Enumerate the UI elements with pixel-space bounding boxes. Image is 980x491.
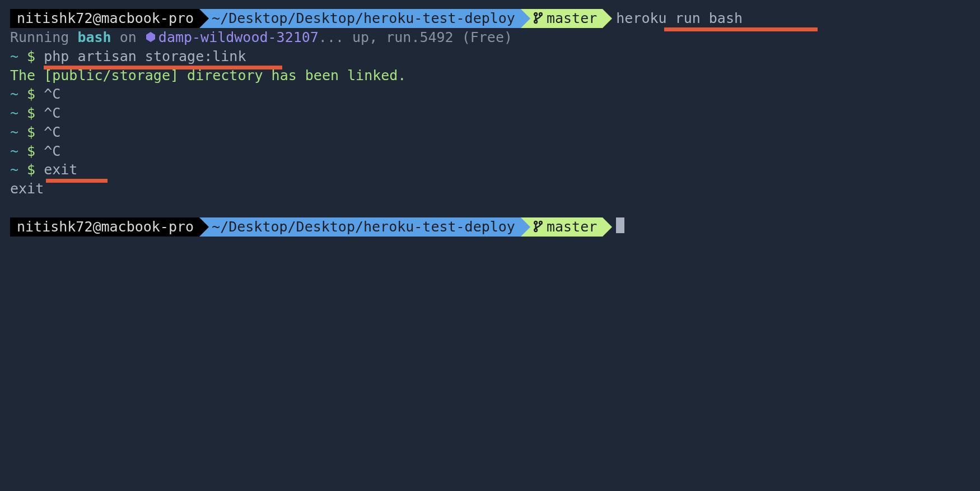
- prompt-tilde: ~: [10, 124, 27, 140]
- cursor[interactable]: [616, 217, 624, 233]
- svg-point-6: [534, 229, 537, 231]
- git-branch-icon: [533, 12, 543, 24]
- prompt-tilde: ~: [10, 86, 27, 102]
- svg-point-1: [539, 13, 542, 16]
- prompt-tilde: ~: [10, 143, 27, 159]
- prompt-dollar: $: [27, 86, 44, 102]
- prompt-user-text: nitishk72@macbook-pro: [17, 9, 194, 28]
- text-ctrl-c: ^C: [44, 86, 60, 102]
- text-app-name: damp-wildwood-32107: [158, 29, 319, 45]
- prompt-dollar: $: [27, 161, 44, 178]
- prompt-dollar: $: [27, 124, 44, 140]
- prompt-line-2: nitishk72@macbook-pro ~/Desktop/Desktop/…: [10, 217, 980, 237]
- command-text: heroku run bash: [616, 9, 743, 28]
- remote-prompt-line: ~ $ php artisan storage:link: [0, 47, 980, 66]
- command-exit: exit: [44, 161, 77, 178]
- highlight-underline: [46, 179, 108, 183]
- separator-icon: [521, 9, 530, 28]
- text-ctrl-c: ^C: [44, 143, 60, 159]
- text-bash: bash: [77, 29, 111, 45]
- prompt-branch-text: master: [547, 9, 597, 28]
- prompt-tilde: ~: [10, 105, 27, 121]
- prompt-branch-seg: master: [521, 9, 603, 28]
- separator-icon: [199, 217, 209, 237]
- prompt-tilde: ~: [10, 161, 27, 178]
- text-ctrl-c: ^C: [44, 105, 60, 121]
- prompt-path-text: ~/Desktop/Desktop/heroku-test-deploy: [212, 9, 515, 28]
- separator-icon: [603, 217, 612, 237]
- prompt-path-seg: ~/Desktop/Desktop/heroku-test-deploy: [199, 217, 521, 237]
- command-heroku-run-bash: heroku run bash: [616, 9, 743, 28]
- prompt-user-text: nitishk72@macbook-pro: [17, 217, 194, 237]
- svg-point-5: [539, 221, 542, 224]
- separator-icon: [521, 217, 530, 237]
- prompt-tilde: ~: [10, 48, 27, 64]
- remote-prompt-exit: ~ $ exit: [0, 160, 980, 179]
- highlight-underline: [664, 27, 818, 31]
- output-exit-echo: exit: [0, 179, 980, 198]
- separator-icon: [603, 9, 612, 28]
- prompt-dollar: $: [27, 48, 44, 64]
- svg-point-4: [534, 221, 537, 224]
- prompt-user-seg: nitishk72@macbook-pro: [10, 217, 199, 237]
- remote-prompt-ctrlc: ~ $ ^C: [0, 104, 980, 123]
- text-ctrl-c: ^C: [44, 124, 60, 140]
- prompt-path-text: ~/Desktop/Desktop/heroku-test-deploy: [212, 217, 515, 237]
- svg-marker-3: [146, 32, 155, 42]
- prompt-branch-seg: master: [521, 217, 603, 237]
- remote-prompt-ctrlc: ~ $ ^C: [0, 142, 980, 161]
- text-on: on: [111, 29, 145, 45]
- svg-point-2: [534, 20, 537, 23]
- svg-point-0: [534, 13, 537, 16]
- prompt-path-seg: ~/Desktop/Desktop/heroku-test-deploy: [199, 9, 521, 28]
- highlight-underline: [44, 66, 282, 70]
- separator-icon: [199, 9, 209, 28]
- prompt-dollar: $: [27, 105, 44, 121]
- prompt-line-1: nitishk72@macbook-pro ~/Desktop/Desktop/…: [10, 9, 980, 28]
- text-running: Running: [10, 29, 77, 45]
- prompt-dollar: $: [27, 143, 44, 159]
- command-php-artisan: php artisan storage:link: [44, 48, 246, 64]
- prompt-branch-text: master: [547, 217, 597, 237]
- git-branch-icon: [533, 220, 543, 233]
- prompt-user-seg: nitishk72@macbook-pro: [10, 9, 199, 28]
- terminal-output[interactable]: nitishk72@macbook-pro ~/Desktop/Desktop/…: [0, 0, 980, 237]
- output-running-line: Running bash on damp-wildwood-32107... u…: [0, 28, 980, 47]
- remote-prompt-ctrlc: ~ $ ^C: [0, 85, 980, 104]
- remote-prompt-ctrlc: ~ $ ^C: [0, 123, 980, 142]
- text-run-status: ... up, run.5492 (Free): [319, 29, 512, 45]
- hexagon-icon: [145, 29, 158, 45]
